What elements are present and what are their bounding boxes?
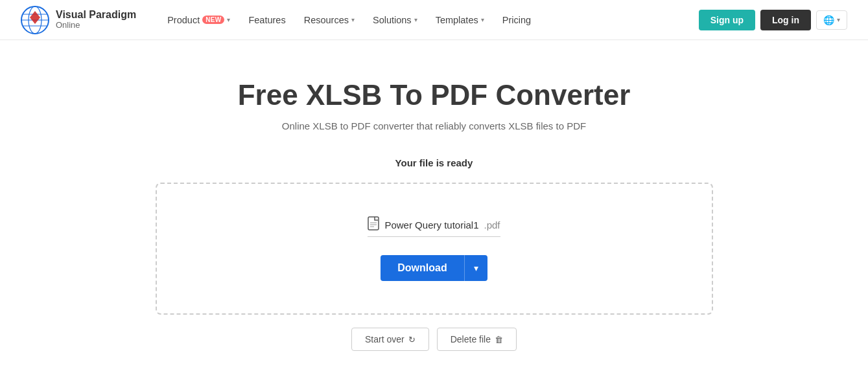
solutions-chevron-icon: ▾ [414,16,417,23]
status-label: Your file is ready [395,157,473,168]
file-extension: .pdf [484,219,500,230]
nav-actions: Sign up Log in 🌐 ▾ [699,10,847,30]
nav-label-templates: Templates [436,15,478,25]
login-button[interactable]: Log in [760,10,811,30]
brand-name: Visual Paradigm [56,9,136,21]
trash-icon: 🗑 [495,335,503,344]
nav-label-pricing: Pricing [502,15,531,25]
nav-item-solutions[interactable]: Solutions ▾ [365,10,425,30]
start-over-button[interactable]: Start over ↻ [351,328,429,351]
nav-item-templates[interactable]: Templates ▾ [428,10,492,30]
refresh-icon: ↻ [408,335,416,344]
file-name: Power Query tutorial1 [384,219,478,230]
nav-item-product[interactable]: Product NEW ▾ [159,10,238,30]
product-badge: NEW [202,16,224,24]
logo-icon [21,6,49,34]
file-row: Power Query tutorial1 .pdf [368,216,500,237]
nav-item-pricing[interactable]: Pricing [495,10,539,30]
download-dropdown-button[interactable]: ▾ [464,255,487,281]
nav-item-features[interactable]: Features [240,10,293,30]
nav-label-features: Features [248,15,285,25]
delete-file-button[interactable]: Delete file 🗑 [437,328,517,351]
nav-label-product: Product [167,15,200,25]
main-content: Free XLSB To PDF Converter Online XLSB t… [0,40,868,371]
navbar: Visual Paradigm Online Product NEW ▾ Fea… [0,0,868,40]
file-icon [368,216,379,234]
nav-item-resources[interactable]: Resources ▾ [296,10,362,30]
logo[interactable]: Visual Paradigm Online [21,6,136,34]
page-subtitle: Online XLSB to PDF converter that reliab… [282,120,586,131]
resources-chevron-icon: ▾ [351,16,355,23]
page-title: Free XLSB To PDF Converter [238,79,631,111]
nav-links: Product NEW ▾ Features Resources ▾ Solut… [159,10,698,30]
nav-label-solutions: Solutions [373,15,412,25]
svg-rect-6 [368,217,379,230]
download-group: Download ▾ [381,255,487,281]
nav-label-resources: Resources [304,15,349,25]
download-button[interactable]: Download [381,255,463,281]
drop-zone: Power Query tutorial1 .pdf Download ▾ [156,183,713,315]
globe-icon: 🌐 [823,15,834,25]
delete-label: Delete file [451,334,491,344]
signup-button[interactable]: Sign up [699,10,755,30]
product-chevron-icon: ▾ [227,16,230,23]
download-chevron-icon: ▾ [474,263,478,273]
language-button[interactable]: 🌐 ▾ [816,10,847,30]
brand-sub: Online [56,21,136,30]
lang-chevron-icon: ▾ [837,16,840,23]
start-over-label: Start over [365,334,405,344]
action-row: Start over ↻ Delete file 🗑 [351,328,517,351]
svg-marker-5 [30,11,40,24]
templates-chevron-icon: ▾ [481,16,484,23]
